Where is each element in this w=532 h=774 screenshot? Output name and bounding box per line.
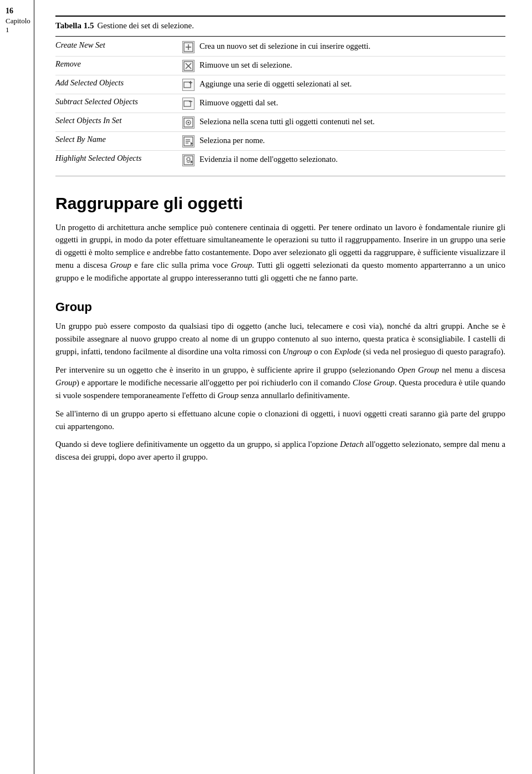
row-desc: Rimuove oggetti dal set. — [200, 97, 505, 109]
icon-svg — [183, 136, 194, 147]
row-desc: Seleziona nella scena tutti gli oggetti … — [200, 116, 505, 128]
icon-svg — [183, 79, 194, 90]
select-by-name-icon — [182, 135, 195, 147]
page-number: 16 — [0, 4, 13, 16]
row-desc: Seleziona per nome. — [200, 135, 505, 146]
section-group: Group Un gruppo può essere composto da q… — [55, 300, 505, 464]
row-desc: Crea un nuovo set di selezione in cui in… — [200, 40, 505, 52]
section-raggruppare: Raggruppare gli oggetti Un progetto di a… — [55, 194, 505, 284]
section1-paragraph1: Un progetto di architettura anche sempli… — [55, 221, 505, 285]
svg-rect-19 — [184, 156, 193, 165]
row-desc: Evidenzia il nome dell'oggetto seleziona… — [200, 154, 505, 165]
left-margin: 16 Capitolo 1 — [0, 0, 34, 774]
row-name: Select By Name — [55, 135, 177, 144]
row-name: Remove — [55, 59, 177, 69]
highlight-selected-objects-icon — [182, 154, 195, 166]
svg-marker-18 — [191, 142, 193, 145]
table-title-row: Tabella 1.5 Gestione dei set di selezion… — [55, 17, 505, 37]
table-section: Tabella 1.5 Gestione dei set di selezion… — [55, 16, 505, 176]
add-selected-objects-icon — [182, 79, 195, 91]
row-name: Select Objects In Set — [55, 116, 177, 125]
chapter-label: Capitolo 1 — [0, 16, 34, 34]
subtract-selected-objects-icon — [182, 98, 195, 110]
icon-svg — [183, 155, 194, 166]
icon-svg — [183, 42, 194, 53]
row-name: Create New Set — [55, 40, 177, 50]
icon-svg — [183, 60, 194, 72]
row-icon — [177, 154, 200, 166]
row-icon — [177, 116, 200, 129]
row-icon — [177, 40, 200, 53]
section2-paragraph3: Se all'interno di un gruppo aperto si ef… — [55, 408, 505, 433]
table-row: Highlight Selected Objects Evidenzia il … — [55, 151, 505, 169]
row-icon — [177, 135, 200, 147]
svg-point-20 — [187, 157, 190, 161]
table-title-text: Gestione dei set di selezione. — [97, 21, 194, 30]
row-name: Add Selected Objects — [55, 78, 177, 88]
row-desc: Rimuove un set di selezione. — [200, 59, 505, 71]
select-objects-in-set-icon — [182, 116, 195, 129]
row-name: Highlight Selected Objects — [55, 154, 177, 163]
main-content: Tabella 1.5 Gestione dei set di selezion… — [34, 0, 532, 774]
row-icon — [177, 59, 200, 72]
row-icon — [177, 97, 200, 110]
row-desc: Aggiunge una serie di oggetti selezionat… — [200, 78, 505, 90]
subsection-heading: Group — [55, 300, 505, 314]
section2-paragraph2: Per intervenire su un oggetto che è inse… — [55, 364, 505, 402]
icon-svg — [183, 117, 194, 128]
remove-icon — [182, 60, 195, 72]
section2-paragraph1: Un gruppo può essere composto da qualsia… — [55, 320, 505, 358]
section-heading: Raggruppare gli oggetti — [55, 194, 505, 213]
page: 16 Capitolo 1 Tabella 1.5 Gestione dei s… — [0, 0, 532, 774]
icon-svg — [183, 98, 194, 109]
table-row: Subtract Selected Objects Rimuove oggett… — [55, 94, 505, 113]
row-icon — [177, 78, 200, 91]
create-new-set-icon — [182, 41, 195, 53]
svg-marker-21 — [191, 160, 193, 164]
section2-paragraph4: Quando si deve togliere definitivamente … — [55, 438, 505, 464]
svg-point-13 — [188, 122, 190, 124]
table-title-label: Tabella 1.5 — [55, 21, 94, 30]
table-row: Select By Name Seleziona pe — [55, 132, 505, 151]
table-rows: Create New Set Crea un nuovo set di sele… — [55, 38, 505, 169]
table-row: Remove Rimuove un set di selezione. — [55, 57, 505, 75]
table-row: Add Selected Objects Aggiunge una serie … — [55, 75, 505, 94]
table-row: Select Objects In Set Seleziona nella sc… — [55, 113, 505, 132]
row-name: Subtract Selected Objects — [55, 97, 177, 106]
table-row: Create New Set Crea un nuovo set di sele… — [55, 38, 505, 57]
